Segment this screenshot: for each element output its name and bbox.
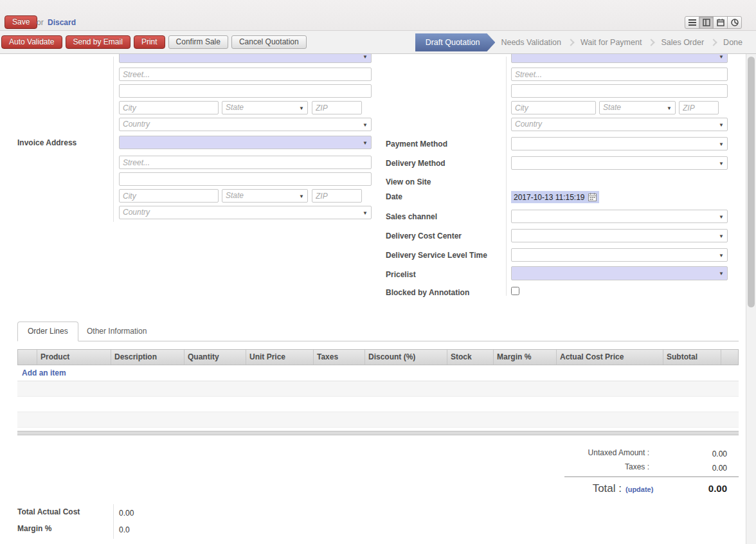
status-bar: Draft Quotation Needs Validation Wait fo… bbox=[415, 33, 748, 51]
save-button[interactable]: Save bbox=[4, 15, 37, 29]
view-switcher bbox=[685, 16, 742, 29]
pricelist-select[interactable]: ▼ bbox=[511, 266, 728, 280]
calendar-icon[interactable] bbox=[588, 193, 597, 201]
shipping-city-input[interactable] bbox=[511, 101, 596, 114]
sales-order-form-screen: ▼ State▼ Country▼ Invoice Address ▼ Stat… bbox=[0, 0, 756, 544]
shipping-street-input[interactable] bbox=[511, 68, 728, 81]
invoice-address-select[interactable]: ▼ bbox=[119, 136, 372, 149]
col-product[interactable]: Product bbox=[37, 350, 111, 365]
chevron-down-icon: ▼ bbox=[719, 118, 724, 131]
view-on-site-label: View on Site bbox=[386, 177, 431, 186]
customer-street-input[interactable] bbox=[119, 68, 372, 81]
delivery-cost-center-label: Delivery Cost Center bbox=[386, 231, 462, 240]
shipping-state-select[interactable]: State▼ bbox=[599, 101, 676, 114]
col-taxes[interactable]: Taxes bbox=[314, 350, 365, 365]
chevron-down-icon: ▼ bbox=[363, 118, 368, 131]
total-actual-cost-label: Total Actual Cost bbox=[17, 507, 80, 516]
discard-link[interactable]: Discard bbox=[48, 18, 76, 27]
auto-validate-button[interactable]: Auto Validate bbox=[1, 35, 62, 49]
status-step-sales-order[interactable]: Sales Order bbox=[655, 33, 710, 51]
customer-state-select[interactable]: State▼ bbox=[222, 101, 308, 114]
total-actual-cost-value: 0.00 bbox=[119, 509, 134, 518]
shipping-street2-input[interactable] bbox=[511, 84, 728, 98]
graph-icon bbox=[731, 19, 739, 26]
invoice-state-select[interactable]: State▼ bbox=[222, 189, 308, 203]
invoice-address-label: Invoice Address bbox=[17, 138, 76, 147]
invoice-street-input[interactable] bbox=[119, 156, 372, 169]
cancel-quotation-button[interactable]: Cancel Quotation bbox=[231, 35, 307, 49]
top-action-bar: Save or Discard bbox=[0, 0, 756, 31]
graph-view-button[interactable] bbox=[727, 16, 742, 29]
invoice-zip-input[interactable] bbox=[312, 189, 362, 203]
delivery-method-select[interactable]: ▼ bbox=[511, 156, 728, 170]
chevron-down-icon: ▼ bbox=[667, 102, 672, 114]
or-text: or bbox=[37, 18, 44, 27]
calendar-icon bbox=[717, 19, 724, 26]
scrollbar-thumb[interactable] bbox=[748, 57, 755, 307]
empty-table-row bbox=[17, 397, 739, 412]
workflow-toolbar: Auto Validate Send by Email Print Confir… bbox=[0, 31, 756, 54]
add-an-item-row[interactable]: Add an item bbox=[17, 365, 739, 381]
status-step-done[interactable]: Done bbox=[717, 33, 748, 51]
invoice-city-input[interactable] bbox=[119, 189, 219, 203]
pricelist-label: Pricelist bbox=[386, 270, 416, 279]
form-view-button[interactable] bbox=[699, 16, 714, 29]
col-row-selector bbox=[18, 350, 37, 365]
status-step-draft-quotation[interactable]: Draft Quotation bbox=[415, 33, 496, 51]
vertical-scrollbar[interactable] bbox=[746, 54, 756, 544]
blocked-by-annotation-checkbox[interactable] bbox=[511, 287, 519, 295]
status-step-wait-for-payment[interactable]: Wait for Payment bbox=[575, 33, 647, 51]
list-view-button[interactable] bbox=[685, 16, 699, 29]
col-stock[interactable]: Stock bbox=[447, 350, 494, 365]
customer-zip-input[interactable] bbox=[312, 101, 362, 114]
margin-percent-value: 0.0 bbox=[119, 525, 130, 534]
payment-method-label: Payment Method bbox=[386, 140, 447, 149]
calendar-view-button[interactable] bbox=[713, 16, 728, 29]
invoice-street2-input[interactable] bbox=[119, 172, 372, 186]
empty-table-row bbox=[17, 381, 739, 397]
shipping-country-select[interactable]: Country▼ bbox=[511, 118, 728, 131]
col-subtotal[interactable]: Subtotal bbox=[663, 350, 721, 365]
workflow-buttons: Auto Validate Send by Email Print Confir… bbox=[1, 35, 307, 49]
chevron-down-icon: ▼ bbox=[719, 210, 724, 222]
totals-separator bbox=[564, 476, 739, 477]
confirm-sale-button[interactable]: Confirm Sale bbox=[168, 35, 228, 49]
update-total-link[interactable]: (update) bbox=[626, 485, 653, 493]
col-actual-cost-price[interactable]: Actual Cost Price bbox=[557, 350, 663, 365]
delivery-cost-center-select[interactable]: ▼ bbox=[511, 229, 728, 242]
table-resize-grip[interactable] bbox=[17, 431, 739, 435]
footer-group-separator bbox=[113, 504, 114, 539]
sales-channel-label: Sales channel bbox=[386, 212, 437, 221]
tab-order-lines[interactable]: Order Lines bbox=[17, 322, 78, 341]
invoice-country-select[interactable]: Country▼ bbox=[119, 206, 372, 219]
date-value-widget[interactable]: 2017-10-13 11:15:19 bbox=[511, 191, 599, 203]
chevron-down-icon: ▼ bbox=[719, 267, 724, 280]
col-discount[interactable]: Discount (%) bbox=[365, 350, 447, 365]
delivery-service-level-time-select[interactable]: ▼ bbox=[511, 248, 728, 262]
tab-label: Order Lines bbox=[28, 327, 68, 336]
payment-method-select[interactable]: ▼ bbox=[511, 137, 728, 150]
col-quantity[interactable]: Quantity bbox=[184, 350, 246, 365]
customer-street2-input[interactable] bbox=[119, 84, 372, 98]
chevron-down-icon: ▼ bbox=[363, 136, 368, 149]
date-value: 2017-10-13 11:15:19 bbox=[514, 193, 585, 202]
col-unit-price[interactable]: Unit Price bbox=[246, 350, 314, 365]
shipping-zip-input[interactable] bbox=[679, 101, 719, 114]
col-description[interactable]: Description bbox=[111, 350, 184, 365]
chevron-right-icon bbox=[567, 39, 574, 46]
send-by-email-button[interactable]: Send by Email bbox=[66, 35, 130, 49]
country-placeholder: Country bbox=[515, 120, 542, 129]
status-step-needs-validation[interactable]: Needs Validation bbox=[495, 33, 567, 51]
country-placeholder: Country bbox=[123, 208, 150, 217]
order-lines-header-row: Product Description Quantity Unit Price … bbox=[17, 349, 739, 365]
taxes-label: Taxes : bbox=[450, 462, 649, 471]
margin-percent-label: Margin % bbox=[17, 524, 51, 533]
col-margin[interactable]: Margin % bbox=[494, 350, 557, 365]
print-button[interactable]: Print bbox=[134, 35, 165, 49]
sales-channel-select[interactable]: ▼ bbox=[511, 210, 728, 223]
tab-other-information[interactable]: Other Information bbox=[87, 327, 147, 336]
add-an-item-link[interactable]: Add an item bbox=[22, 368, 66, 377]
customer-city-input[interactable] bbox=[119, 101, 219, 114]
left-group-separator bbox=[113, 57, 114, 222]
customer-country-select[interactable]: Country▼ bbox=[119, 118, 372, 131]
